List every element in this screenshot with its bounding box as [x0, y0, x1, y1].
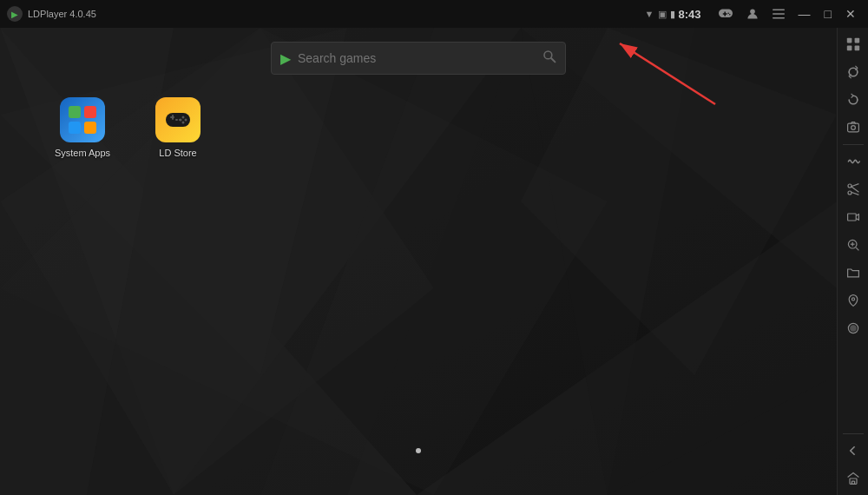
sidebar-location-button[interactable]	[840, 287, 866, 314]
network-icon: ▣	[658, 9, 667, 20]
status-icons: ▼ ▣ ▮ 8:43	[645, 8, 705, 21]
svg-rect-21	[84, 106, 96, 118]
sidebar-home-button[interactable]	[840, 465, 866, 492]
svg-point-38	[851, 126, 855, 130]
svg-point-40	[848, 191, 852, 195]
account-button[interactable]	[741, 6, 764, 22]
signal-icon: ▼	[645, 9, 654, 19]
page-indicator	[416, 448, 421, 453]
sidebar-divider-2	[843, 433, 864, 434]
svg-rect-34	[854, 38, 859, 43]
ld-store-image	[155, 97, 201, 142]
sidebar-rotate-button[interactable]	[840, 87, 866, 113]
svg-rect-53	[852, 481, 854, 484]
sidebar	[837, 28, 868, 495]
search-icon	[542, 50, 556, 67]
sidebar-video-button[interactable]	[840, 204, 866, 230]
svg-rect-32	[179, 119, 181, 121]
titlebar-controls: ▼ ▣ ▮ 8:43 — □	[645, 5, 861, 23]
desktop-icons: System Apps	[52, 97, 208, 158]
sidebar-folder-button[interactable]	[840, 260, 866, 286]
svg-point-51	[850, 326, 855, 331]
svg-rect-1	[773, 10, 785, 11]
menu-button[interactable]	[767, 7, 790, 21]
sidebar-scissors-button[interactable]	[840, 176, 866, 202]
svg-rect-2	[773, 13, 785, 15]
sidebar-screenshot-button[interactable]	[840, 115, 866, 141]
svg-rect-33	[846, 38, 852, 43]
svg-rect-31	[175, 119, 178, 121]
svg-point-30	[182, 122, 185, 124]
svg-point-28	[185, 119, 187, 122]
sidebar-apps-button[interactable]	[840, 31, 866, 57]
clock: 8:43	[679, 8, 701, 21]
sidebar-zoom-button[interactable]	[840, 232, 866, 258]
close-button[interactable]: ✕	[840, 5, 861, 23]
svg-rect-35	[846, 46, 852, 51]
svg-point-0	[750, 9, 755, 14]
gamepad-button[interactable]	[713, 7, 738, 21]
titlebar-left: ▶ LDPlayer 4.0.45	[7, 6, 96, 22]
ld-store-icon[interactable]: LD Store	[148, 97, 208, 158]
sidebar-record-button[interactable]	[840, 315, 866, 341]
titlebar-logo-icon: ▶	[7, 6, 23, 22]
sidebar-back-button[interactable]	[840, 438, 866, 464]
sidebar-shake-button[interactable]	[840, 148, 866, 175]
svg-point-49	[852, 298, 854, 300]
ld-store-label: LD Store	[159, 148, 196, 158]
play-store-icon: ▶	[280, 50, 291, 67]
svg-rect-22	[69, 122, 81, 134]
maximize-button[interactable]: □	[819, 5, 837, 23]
svg-rect-23	[84, 122, 96, 134]
main-area: ▶	[0, 28, 868, 495]
svg-point-39	[848, 184, 852, 188]
svg-line-19	[551, 58, 555, 62]
svg-line-42	[851, 192, 858, 195]
svg-line-46	[856, 248, 858, 250]
titlebar: ▶ LDPlayer 4.0.45 ▼ ▣ ▮ 8:43	[0, 0, 868, 28]
system-apps-icon[interactable]: System Apps	[52, 97, 113, 158]
battery-icon: ▮	[670, 9, 675, 20]
svg-rect-36	[854, 46, 859, 51]
sidebar-divider-1	[843, 144, 864, 145]
search-bar[interactable]: ▶	[271, 42, 566, 75]
svg-rect-37	[847, 123, 858, 132]
emulator-screen[interactable]: ▶	[0, 28, 837, 495]
svg-point-27	[182, 116, 185, 119]
system-apps-image	[60, 97, 105, 142]
svg-rect-20	[69, 106, 81, 118]
svg-line-41	[851, 184, 858, 187]
sidebar-sync-button[interactable]	[840, 59, 866, 85]
minimize-button[interactable]: —	[793, 5, 816, 23]
svg-rect-44	[847, 214, 856, 221]
search-input[interactable]	[298, 51, 536, 65]
svg-rect-26	[172, 115, 174, 120]
svg-line-43	[851, 187, 858, 192]
titlebar-title: LDPlayer 4.0.45	[28, 9, 96, 19]
svg-rect-3	[773, 17, 785, 19]
system-apps-label: System Apps	[55, 148, 110, 158]
